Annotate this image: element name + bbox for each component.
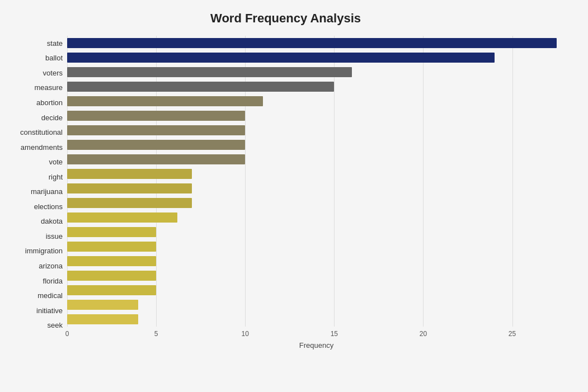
bar <box>67 111 245 121</box>
bar-row <box>67 268 566 283</box>
bar-row <box>67 297 566 312</box>
bar-row <box>67 254 566 268</box>
x-tick: 5 <box>154 330 158 338</box>
bar-row <box>67 94 566 108</box>
bar <box>67 125 245 135</box>
bar-row <box>67 239 566 254</box>
y-label: arizona <box>39 258 63 273</box>
y-label: vote <box>49 155 63 169</box>
bar-row <box>67 283 566 297</box>
bar-row <box>67 65 566 79</box>
bar-row <box>67 152 566 167</box>
y-label: medical <box>37 289 63 303</box>
chart-container: Word Frequency Analysis stateballotvoter… <box>0 0 588 392</box>
x-tick: 20 <box>420 330 427 338</box>
y-label: elections <box>34 199 63 214</box>
bar <box>67 242 156 252</box>
bar-row <box>67 225 566 239</box>
y-label: issue <box>46 229 63 243</box>
bar-row <box>67 167 566 181</box>
chart-area: stateballotvotersmeasureabortiondecideco… <box>6 36 566 350</box>
bar-row <box>67 181 566 196</box>
bars-and-x: 0510152025 Frequency <box>67 36 566 350</box>
x-tick: 25 <box>509 330 516 338</box>
x-tick: 15 <box>331 330 338 338</box>
bars-wrapper <box>67 36 566 327</box>
bar <box>67 82 334 92</box>
y-label: marijuana <box>31 185 63 199</box>
bar-row <box>67 312 566 327</box>
x-tick: 0 <box>65 330 69 338</box>
y-label: abortion <box>36 95 63 110</box>
bar-row <box>67 123 566 138</box>
bar-row <box>67 50 566 65</box>
bar-row <box>67 138 566 152</box>
bar-row <box>67 210 566 225</box>
bar <box>67 271 156 281</box>
y-label: initiative <box>36 303 63 318</box>
bar <box>67 212 177 223</box>
bar <box>67 96 263 106</box>
bar-row <box>67 108 566 123</box>
y-label: voters <box>43 65 63 80</box>
y-label: seek <box>48 318 63 333</box>
bar <box>67 183 192 193</box>
x-tick: 10 <box>242 330 249 338</box>
x-axis-label: Frequency <box>67 341 566 350</box>
y-label: dakota <box>41 214 63 229</box>
bar <box>67 154 245 164</box>
bar-row <box>67 196 566 210</box>
bar-row <box>67 79 566 94</box>
y-label: right <box>49 169 63 184</box>
y-label: ballot <box>45 51 63 65</box>
y-label: decide <box>41 110 63 125</box>
y-label: constitutional <box>20 125 63 140</box>
bar <box>67 140 245 150</box>
bar <box>67 169 192 179</box>
bar <box>67 256 156 266</box>
bar <box>67 285 156 295</box>
chart-title: Word Frequency Analysis <box>6 11 566 26</box>
bar <box>67 38 557 48</box>
bar <box>67 314 138 324</box>
y-label: measure <box>34 81 63 95</box>
x-axis: 0510152025 <box>67 329 566 331</box>
bar <box>67 227 156 237</box>
bar <box>67 300 138 310</box>
bar <box>67 67 352 77</box>
bar-row <box>67 36 566 50</box>
y-axis: stateballotvotersmeasureabortiondecideco… <box>6 36 67 350</box>
y-label: amendments <box>21 140 63 154</box>
y-label: state <box>47 36 63 50</box>
y-label: immigration <box>25 244 63 258</box>
bar <box>67 198 192 208</box>
bar <box>67 53 495 63</box>
y-label: florida <box>43 273 63 288</box>
